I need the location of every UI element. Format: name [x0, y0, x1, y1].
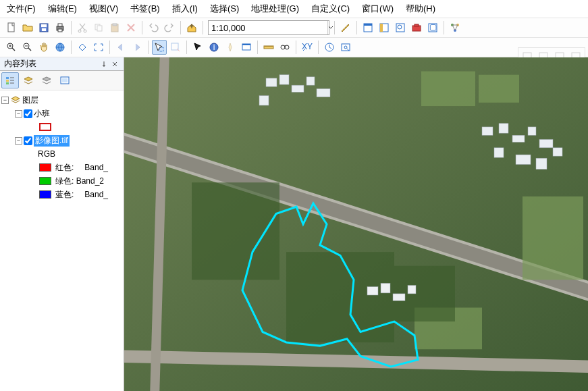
zoom-in-button[interactable]	[4, 40, 19, 55]
new-button[interactable]	[4, 20, 19, 35]
raster-mode-label: RGB	[38, 149, 55, 159]
full-extent-button[interactable]	[53, 40, 68, 55]
open-button[interactable]	[20, 20, 35, 35]
svg-rect-3	[42, 28, 46, 31]
polygon-symbol-swatch	[39, 123, 51, 131]
close-icon[interactable]	[110, 59, 119, 69]
collapse-icon[interactable]: −	[1, 97, 9, 104]
html-popup-button[interactable]	[239, 40, 254, 55]
menu-insert[interactable]: 插入(I)	[172, 3, 198, 15]
main-area: 内容列表 − 图层	[0, 57, 588, 391]
svg-rect-53	[266, 78, 277, 86]
green-swatch	[39, 177, 51, 185]
menu-help[interactable]: 帮助(H)	[406, 3, 435, 15]
delete-button[interactable]	[124, 20, 138, 35]
scale-input[interactable]	[209, 23, 327, 33]
svg-rect-58	[259, 96, 269, 105]
svg-rect-64	[494, 148, 504, 157]
editor-toolbar-button[interactable]	[338, 20, 353, 35]
copy-button[interactable]	[91, 20, 106, 35]
symbol-row[interactable]	[38, 120, 122, 134]
menu-customize[interactable]: 自定义(C)	[311, 3, 350, 15]
table-of-contents: 内容列表 − 图层	[0, 57, 124, 391]
goto-xy-button[interactable]: XY	[300, 40, 315, 55]
band-green-label: 绿色: Band_2	[55, 176, 104, 187]
identify-button[interactable]: i	[207, 40, 221, 55]
toc-list-by-drawing-order[interactable]	[1, 72, 19, 88]
svg-rect-48	[6, 80, 9, 82]
fixed-zoom-in-button[interactable]	[75, 40, 90, 55]
collapse-icon[interactable]: −	[15, 137, 22, 145]
svg-rect-54	[279, 75, 289, 84]
menu-file[interactable]: 文件(F)	[7, 3, 36, 15]
add-data-button[interactable]: +	[184, 20, 199, 35]
blue-swatch	[39, 190, 51, 199]
next-extent-button[interactable]	[130, 40, 144, 55]
print-button[interactable]	[53, 20, 68, 35]
svg-rect-6	[58, 29, 62, 32]
toc-list-by-source[interactable]	[20, 72, 37, 88]
zoom-out-button[interactable]	[20, 40, 35, 55]
fixed-zoom-out-button[interactable]	[91, 40, 106, 55]
tree-root-row[interactable]: − 图层	[1, 93, 122, 107]
paste-button[interactable]	[107, 20, 122, 35]
catalog-button[interactable]	[377, 20, 392, 35]
toc-list-by-visibility[interactable]	[38, 72, 55, 88]
svg-rect-61	[512, 135, 525, 142]
save-button[interactable]	[36, 20, 51, 35]
menu-view[interactable]: 视图(V)	[89, 3, 118, 15]
standard-toolbar: + ▢	[0, 18, 588, 38]
svg-rect-67	[553, 148, 562, 156]
undo-button[interactable]	[146, 20, 161, 35]
map-view[interactable]	[124, 57, 588, 391]
toc-button[interactable]	[360, 20, 375, 35]
layer-label-selected: 影像图.tif	[34, 135, 70, 147]
create-viewer-button[interactable]	[338, 40, 353, 55]
svg-rect-15	[364, 24, 372, 26]
band-green-row[interactable]: 绿色: Band_2	[38, 174, 122, 188]
redo-button[interactable]	[162, 20, 177, 35]
measure-button[interactable]	[261, 40, 276, 55]
svg-rect-55	[292, 85, 304, 92]
scale-combo[interactable]	[208, 20, 329, 35]
pan-button[interactable]	[36, 40, 51, 55]
hyperlink-button[interactable]	[223, 40, 238, 55]
svg-rect-65	[516, 155, 531, 164]
svg-rect-35	[242, 44, 250, 45]
scale-dropdown[interactable]	[327, 21, 333, 34]
pin-icon[interactable]	[99, 59, 109, 69]
layer-row-raster[interactable]: − 影像图.tif	[15, 134, 122, 147]
menu-geoprocessing[interactable]: 地理处理(G)	[251, 3, 299, 15]
band-red-row[interactable]: 红色: Band_	[38, 161, 122, 174]
menu-edit[interactable]: 编辑(E)	[48, 3, 77, 15]
arctoolbox-button[interactable]	[409, 20, 424, 35]
menu-window[interactable]: 窗口(W)	[362, 3, 394, 15]
band-blue-row[interactable]: 蓝色: Band_	[38, 188, 122, 201]
search-window-button[interactable]	[393, 20, 408, 35]
svg-rect-60	[499, 124, 508, 133]
svg-rect-47	[6, 77, 9, 79]
menu-select[interactable]: 选择(S)	[210, 3, 239, 15]
find-button[interactable]	[277, 40, 292, 55]
select-features-button[interactable]	[152, 40, 167, 55]
red-swatch	[39, 163, 51, 172]
toc-list-by-selection[interactable]	[56, 72, 74, 88]
cut-button[interactable]	[75, 20, 90, 35]
python-button[interactable]: ▢	[425, 20, 440, 35]
svg-rect-59	[482, 127, 493, 135]
layer-visibility-checkbox[interactable]	[24, 109, 32, 118]
layers-icon	[10, 95, 21, 105]
svg-rect-76	[381, 283, 390, 292]
model-builder-button[interactable]	[448, 20, 462, 35]
collapse-icon[interactable]: −	[15, 110, 22, 118]
select-elements-button[interactable]	[190, 40, 205, 55]
svg-rect-63	[539, 139, 553, 147]
layer-row-xiaoban[interactable]: − 小班	[15, 107, 122, 120]
menu-bookmark[interactable]: 书签(B)	[130, 3, 159, 15]
svg-rect-12	[113, 24, 117, 26]
svg-rect-78	[408, 286, 416, 294]
time-slider-button[interactable]	[322, 40, 337, 55]
clear-selection-button[interactable]	[168, 40, 183, 55]
layer-visibility-checkbox[interactable]	[24, 136, 32, 145]
prev-extent-button[interactable]	[113, 40, 128, 55]
